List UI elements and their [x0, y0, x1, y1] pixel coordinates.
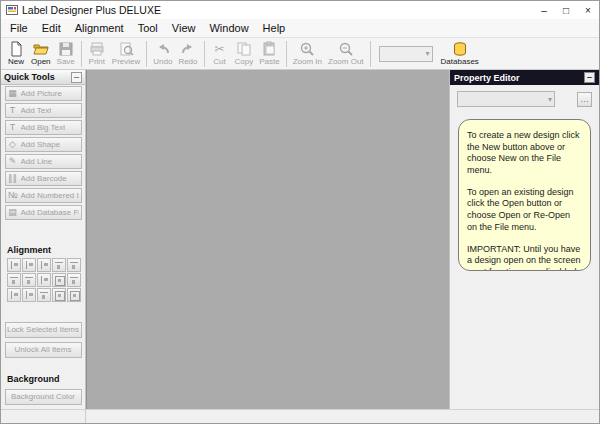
zoom-out-icon	[338, 41, 354, 57]
barcode-icon: ∥∥	[8, 174, 18, 183]
menu-item-edit[interactable]: Edit	[35, 19, 68, 38]
add-shape-button[interactable]: ◇ Add Shape	[5, 137, 82, 152]
window-controls: – □ ×	[533, 1, 599, 19]
add-text-button[interactable]: T Add Text	[5, 103, 82, 118]
add-database-field-button[interactable]: ▤ Add Database Field	[5, 205, 82, 220]
space-evenly-horizontally-button[interactable]	[67, 273, 81, 287]
database-field-icon: ▤	[8, 208, 18, 217]
align-top-edges-button[interactable]	[52, 258, 66, 272]
status-bar	[1, 409, 599, 423]
property-object-combo[interactable]: ▾	[457, 91, 555, 107]
align-to-grid-button[interactable]	[52, 288, 66, 302]
redo-button[interactable]: Redo	[175, 39, 200, 69]
property-editor-collapse-button[interactable]: –	[584, 72, 595, 83]
quick-tools-panel: Quick Tools – ▦ Add Picture T Add Text T…	[1, 70, 86, 409]
property-editor-title: Property Editor	[454, 73, 520, 83]
menu-item-window[interactable]: Window	[202, 19, 255, 38]
zoom-in-icon	[299, 41, 315, 57]
menu-item-alignment[interactable]: Alignment	[68, 19, 131, 38]
toolbar-separator	[146, 41, 147, 67]
undo-button[interactable]: Undo	[150, 39, 175, 69]
new-button[interactable]: New	[4, 39, 28, 69]
align-left-edges-button[interactable]	[7, 258, 21, 272]
quick-tools-header: Quick Tools –	[1, 70, 85, 85]
picture-icon: ▦	[8, 89, 18, 98]
status-cell-left	[1, 410, 86, 423]
numbered-items-icon: №	[8, 191, 18, 200]
add-picture-button[interactable]: ▦ Add Picture	[5, 86, 82, 101]
main-area: Quick Tools – ▦ Add Picture T Add Text T…	[1, 70, 599, 409]
undo-arrow-icon	[155, 41, 171, 57]
window-title: Label Designer Plus DELUXE	[22, 4, 161, 16]
alignment-grid	[7, 258, 85, 302]
align-vertical-centers-button[interactable]	[67, 258, 81, 272]
add-numbered-items-button[interactable]: № Add Numbered Items	[5, 188, 82, 203]
property-editor-combo-row: ▾ …	[457, 91, 592, 107]
zoom-level-combo[interactable]: ▾	[379, 46, 433, 62]
copy-pages-icon	[236, 41, 252, 57]
title-bar: Label Designer Plus DELUXE – □ ×	[1, 1, 599, 19]
add-line-button[interactable]: ✎ Add Line	[5, 154, 82, 169]
quick-tools-title: Quick Tools	[4, 72, 55, 82]
property-editor-side-button[interactable]: …	[577, 92, 592, 107]
unlock-all-items-button[interactable]: Unlock All Items	[5, 342, 82, 358]
property-editor-panel: Property Editor – ▾ … To create a new de…	[449, 70, 599, 409]
toolbar-separator	[370, 41, 371, 67]
add-big-text-button[interactable]: T Add Big Text	[5, 120, 82, 135]
clipboard-paste-icon	[261, 41, 277, 57]
background-section-title: Background	[7, 374, 85, 384]
scissors-icon: ✂	[214, 41, 224, 57]
chevron-down-icon: ▾	[548, 95, 552, 104]
add-barcode-button[interactable]: ∥∥ Add Barcode	[5, 171, 82, 186]
lock-selected-items-button[interactable]: Lock Selected Items	[5, 322, 82, 338]
chevron-down-icon: ▾	[426, 49, 430, 58]
print-preview-icon	[118, 41, 134, 57]
save-button[interactable]: Save	[54, 39, 78, 69]
save-floppy-icon	[58, 41, 74, 57]
menu-item-tool[interactable]: Tool	[131, 19, 165, 38]
open-folder-icon	[33, 41, 49, 57]
open-button[interactable]: Open	[28, 39, 54, 69]
make-same-position-button[interactable]	[67, 288, 81, 302]
copy-button[interactable]: Copy	[232, 39, 257, 69]
align-bottom-edges-button[interactable]	[7, 273, 21, 287]
print-button[interactable]: Print	[85, 39, 109, 69]
minimize-button[interactable]: –	[533, 1, 555, 19]
zoom-in-button[interactable]: Zoom In	[290, 39, 325, 69]
maximize-button[interactable]: □	[555, 1, 577, 19]
pencil-line-icon: ✎	[8, 157, 18, 166]
printer-icon	[89, 41, 105, 57]
paste-button[interactable]: Paste	[256, 39, 282, 69]
getting-started-note: To create a new design click the New but…	[458, 119, 591, 271]
menu-item-help[interactable]: Help	[256, 19, 293, 38]
app-window: Label Designer Plus DELUXE – □ × File Ed…	[0, 0, 600, 424]
text-icon: T	[8, 106, 18, 115]
menu-item-file[interactable]: File	[3, 19, 35, 38]
zoom-out-button[interactable]: Zoom Out	[325, 39, 367, 69]
center-horizontally-on-label-button[interactable]	[22, 288, 36, 302]
center-vertically-on-label-button[interactable]	[37, 288, 51, 302]
app-icon	[6, 4, 18, 16]
property-editor-header: Property Editor –	[450, 70, 599, 85]
make-same-size-button[interactable]	[52, 273, 66, 287]
close-button[interactable]: ×	[577, 1, 599, 19]
menu-bar: File Edit Alignment Tool View Window Hel…	[1, 19, 599, 38]
note-paragraph: To open an existing design click the Ope…	[467, 187, 582, 234]
alignment-section-title: Alignment	[7, 245, 85, 255]
status-cell-right	[86, 410, 599, 423]
make-same-width-button[interactable]	[22, 273, 36, 287]
preview-button[interactable]: Preview	[109, 39, 143, 69]
toolbar-separator	[286, 41, 287, 67]
make-same-height-button[interactable]	[37, 273, 51, 287]
cut-button[interactable]: ✂ Cut	[208, 39, 232, 69]
background-color-button[interactable]: Background Color	[5, 389, 82, 405]
quick-tools-collapse-button[interactable]: –	[71, 72, 82, 83]
main-toolbar: New Open Save Print Preview	[1, 38, 599, 70]
design-canvas[interactable]	[86, 70, 449, 409]
database-icon	[452, 41, 468, 57]
databases-button[interactable]: Databases	[438, 39, 482, 69]
menu-item-view[interactable]: View	[165, 19, 203, 38]
align-horizontal-centers-button[interactable]	[22, 258, 36, 272]
align-right-edges-button[interactable]	[37, 258, 51, 272]
space-evenly-vertically-button[interactable]	[7, 288, 21, 302]
